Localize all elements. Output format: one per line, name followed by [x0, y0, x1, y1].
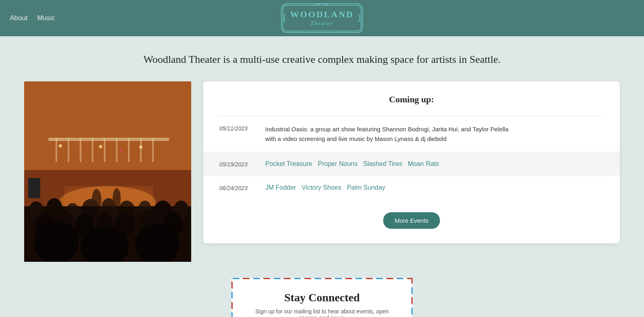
- svg-text:WOODLAND: WOODLAND: [290, 9, 354, 19]
- svg-point-17: [79, 148, 82, 150]
- artist-pocket-treasure[interactable]: Pocket Treasure: [265, 160, 312, 168]
- stay-connected-title: Stay Connected: [249, 291, 395, 304]
- events-card: Coming up: 05/11/2023 Industrial Oasis: …: [203, 81, 620, 243]
- svg-rect-5: [24, 81, 191, 170]
- coming-up-title: Coming up:: [219, 94, 604, 105]
- nav-music[interactable]: Music: [37, 14, 55, 22]
- event-details-1: Industrial Oasis: a group art show featu…: [265, 124, 604, 144]
- event-artists-3: JM Fodder Victory Shoes Palm Sunday: [265, 184, 604, 191]
- event-desc-1-line1: Industrial Oasis: a group art show featu…: [265, 124, 604, 134]
- event-details-3: JM Fodder Victory Shoes Palm Sunday: [265, 184, 604, 191]
- svg-rect-6: [48, 138, 169, 141]
- artist-victory-shoes[interactable]: Victory Shoes: [301, 184, 341, 191]
- event-row: 05/11/2023 Industrial Oasis: a group art…: [219, 116, 604, 152]
- svg-point-18: [99, 145, 102, 148]
- stay-connected-section: Stay Connected Sign up for our mailing l…: [24, 278, 620, 317]
- venue-photo-svg: [24, 81, 191, 262]
- artist-jm-fodder[interactable]: JM Fodder: [265, 184, 296, 191]
- venue-photo: [24, 81, 191, 262]
- logo: WOODLAND Theater: [280, 2, 364, 34]
- logo-svg: WOODLAND Theater: [280, 2, 364, 34]
- svg-rect-45: [64, 186, 153, 206]
- nav-about[interactable]: About: [10, 14, 27, 22]
- svg-text:Theater: Theater: [310, 21, 334, 27]
- event-row-2: 05/19/2023 Pocket Treasure Proper Nouns …: [203, 152, 620, 176]
- event-details-2: Pocket Treasure Proper Nouns Slashed Tir…: [265, 160, 604, 168]
- svg-point-20: [139, 145, 142, 149]
- content-row: Coming up: 05/11/2023 Industrial Oasis: …: [24, 81, 620, 262]
- tagline: Woodland Theater is a multi-use creative…: [24, 52, 620, 67]
- svg-point-19: [120, 149, 122, 151]
- svg-point-16: [59, 144, 62, 147]
- more-events-button[interactable]: More Events: [383, 212, 440, 229]
- main-content: Woodland Theater is a multi-use creative…: [0, 36, 644, 317]
- more-events-wrap: More Events: [219, 212, 604, 229]
- event-date-1: 05/11/2023: [219, 124, 256, 132]
- event-date-3: 06/24/2023: [219, 184, 256, 191]
- navigation: About Music WOODLAND Theater: [0, 0, 644, 36]
- event-artists-2: Pocket Treasure Proper Nouns Slashed Tir…: [265, 160, 604, 168]
- artist-moan-rats[interactable]: Moan Rats: [408, 160, 439, 168]
- svg-rect-44: [28, 178, 40, 198]
- event-row-3: 06/24/2023 JM Fodder Victory Shoes Palm …: [219, 176, 604, 199]
- artist-palm-sunday[interactable]: Palm Sunday: [347, 184, 385, 191]
- event-desc-1-line2: with a video screening and live music by…: [265, 134, 604, 144]
- event-date-2: 05/19/2023: [219, 160, 256, 168]
- artist-slashed-tires[interactable]: Slashed Tires: [363, 160, 402, 168]
- stay-connected-subtitle: Sign up for our mailing list to hear abo…: [249, 308, 395, 317]
- artist-proper-nouns[interactable]: Proper Nouns: [318, 160, 358, 168]
- mail-envelope: Stay Connected Sign up for our mailing l…: [231, 278, 413, 317]
